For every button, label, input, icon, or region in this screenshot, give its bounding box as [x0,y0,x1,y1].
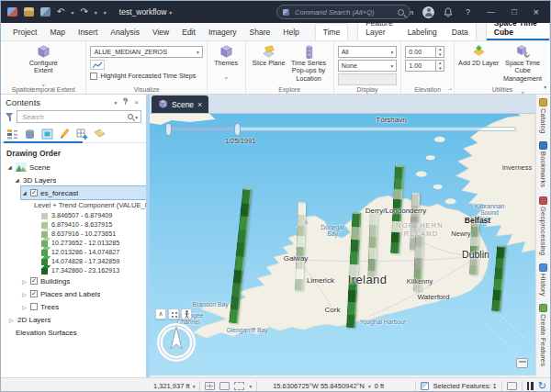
time-series-popups-button[interactable]: Time Series Pop-ups by Location [287,44,329,83]
expander-icon[interactable] [21,190,28,196]
customize-toolbar-icon[interactable] [104,8,107,17]
legend-item[interactable]: 12.013286 - 14.074827 [1,247,146,256]
pause-drawing-button[interactable] [527,382,534,390]
dialog-launcher-icon[interactable]: ⌐ [448,86,452,93]
legend-item[interactable]: 8.637916 - 10.273651 [1,229,146,238]
expander-icon[interactable] [8,317,15,323]
pan-mode-button[interactable] [168,308,179,319]
time-slider-start-handle[interactable] [165,123,172,136]
tab-data[interactable]: Data [444,24,476,40]
table-toggle-icon[interactable] [219,382,230,390]
legend-item[interactable]: 14.074828 - 17.342859 [1,256,146,265]
coordinates-display[interactable]: 15.6306725°W 55.8450942°N 0 ft [273,382,384,390]
list-by-labeling-icon[interactable] [94,129,106,140]
expander-icon[interactable] [21,291,28,297]
list-by-data-source-icon[interactable] [24,129,36,140]
close-button[interactable] [530,6,543,17]
open-project-icon[interactable] [24,7,34,17]
themes-button[interactable]: Themes [211,44,242,84]
compass-control[interactable] [155,321,197,367]
list-by-editing-icon[interactable] [59,129,71,140]
tree-item-2d-layers[interactable]: 2D Layers [1,313,146,326]
contents-search[interactable] [17,110,141,123]
tab-help[interactable]: Help [276,24,305,40]
legend-item[interactable]: 10.273652 - 12.013285 [1,238,146,247]
tab-labeling[interactable]: Labeling [400,24,444,40]
list-by-selection-icon[interactable] [41,129,53,140]
sync-toggle-icon[interactable] [234,382,244,390]
new-project-icon[interactable] [7,7,17,17]
tab-share[interactable]: Share [243,24,277,40]
tab-analysis[interactable]: Analysis [104,24,146,40]
tab-map[interactable]: Map [43,24,72,40]
legend-item[interactable]: 3.846507 - 6.879409 [1,210,146,219]
layer-visibility-checkbox[interactable] [30,290,38,297]
tree-item-places[interactable]: Places and Labels [1,287,146,300]
close-view-icon[interactable]: × [197,100,202,109]
undo-caret-icon[interactable] [71,8,73,17]
street-view-button[interactable] [181,308,192,319]
pin-icon[interactable] [119,97,131,107]
time-slider-current-handle[interactable] [234,123,241,136]
scene-view-tab[interactable]: Scene × [152,95,208,113]
tab-view[interactable]: View [146,24,175,40]
notifications-icon[interactable] [444,7,453,17]
spacetime-bar[interactable] [413,223,424,291]
time-series-chart-button[interactable] [90,60,105,70]
contents-search-input[interactable] [20,112,126,122]
collapse-ribbon-icon[interactable] [544,84,546,90]
time-slider[interactable]: 1/25/1991 [168,122,516,137]
tab-insert[interactable]: Insert [72,24,104,40]
full-extent-button[interactable]: ∧ [155,308,166,319]
tree-item-3d-layers[interactable]: 3D Layers [1,174,146,186]
layer-visibility-checkbox[interactable] [30,189,38,196]
tree-item-scene[interactable]: Scene [1,161,146,174]
dock-tab-geoprocessing[interactable]: Geoprocessing [539,196,547,255]
scale-dropdown[interactable]: 1,321,937 ft [153,382,195,390]
tab-time[interactable]: Time [316,24,348,40]
tree-item-es-forecast[interactable]: es_forecast [21,186,146,199]
display-filter-dropdown[interactable]: All [338,46,398,58]
display-none-dropdown[interactable]: None [338,60,398,72]
command-search-input[interactable] [293,7,394,17]
selected-features-count[interactable]: Selected Features: 1 [433,382,497,390]
dock-tab-bookmarks[interactable]: Bookmarks [539,141,547,187]
layer-visibility-checkbox[interactable] [30,277,38,285]
spacetime-bar[interactable] [367,212,378,282]
legend-item[interactable]: 6.879410 - 8.637915 [1,219,146,229]
tree-item-elevation-surfaces[interactable]: Elevation Surfaces [1,326,146,339]
close-pane-icon[interactable]: × [131,98,141,106]
overlay-dock-icon[interactable] [516,358,528,368]
tab-edit[interactable]: Edit [175,24,202,40]
tab-imagery[interactable]: Imagery [202,24,243,40]
select-box-icon[interactable] [507,382,517,390]
expander-icon[interactable] [6,164,13,170]
slice-plane-button[interactable]: Slice Plane [250,44,288,67]
dock-tab-history[interactable]: History [539,263,547,297]
project-title[interactable]: test_workflow [119,7,173,17]
grid-toggle-icon[interactable] [205,382,215,390]
save-project-icon[interactable] [40,7,51,17]
tree-item-buildings[interactable]: Buildings [1,274,146,287]
expander-icon[interactable] [14,177,20,183]
configure-extent-button[interactable]: Configure Extent [22,44,64,93]
redo-icon[interactable] [80,7,87,17]
tree-item-trees[interactable]: Trees [1,300,146,313]
tab-project[interactable]: Project [6,24,43,40]
layer-visibility-checkbox[interactable] [30,303,38,310]
legend-item[interactable]: 17.342860 - 23.162913 [1,265,146,274]
filter-icon[interactable] [6,113,14,121]
expander-icon[interactable] [21,278,28,285]
redo-caret-icon[interactable] [95,8,97,17]
list-by-snapping-icon[interactable] [76,129,88,140]
help-icon[interactable]: ? [462,7,474,17]
spinner-arrows-icon[interactable]: ▲▼ [436,46,444,58]
display-variable-dropdown[interactable]: ALUE_MEDIAN_ZEROS [90,46,202,58]
undo-icon[interactable] [57,7,64,17]
pane-options-icon[interactable] [112,98,120,106]
elevation-exaggeration-spinner[interactable]: 1.00 ▲▼ [405,60,444,72]
highlight-forecast-checkbox[interactable]: Highlight Forecasted Time Steps [90,72,202,80]
scene-view-canvas[interactable]: TórshavnInvernessKilbrannan SoundDerry/L… [150,114,535,377]
elevation-offset-spinner[interactable]: 0.00 ▲▼ [405,46,444,58]
dock-tab-create-features[interactable]: Create Features [539,304,547,366]
